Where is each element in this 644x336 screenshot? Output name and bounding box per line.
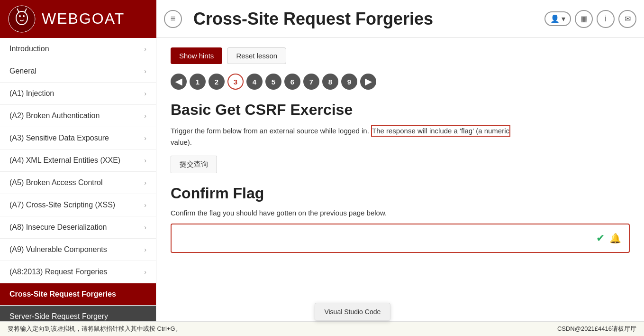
sidebar-item-introduction[interactable]: Introduction ›	[0, 38, 156, 60]
flag-input-container: ✔ 🔔	[171, 224, 630, 253]
vscode-tooltip: Visual Studio Code	[314, 303, 390, 321]
brand-logo: WEBGOAT	[0, 0, 156, 38]
chevron-right-icon: ›	[144, 224, 146, 231]
flag-icons: ✔ 🔔	[596, 232, 621, 244]
chart-icon: ▦	[581, 14, 588, 23]
chevron-right-icon: ›	[144, 246, 146, 253]
svg-point-5	[23, 15, 25, 17]
page-8-button[interactable]: 8	[322, 74, 338, 90]
exercise-title: Basic Get CSRF Exercise	[171, 101, 630, 119]
action-buttons: Show hints Reset lesson	[171, 47, 630, 64]
sidebar-item-xxe[interactable]: (A4) XML External Entities (XXE) ›	[0, 149, 156, 172]
user-chevron-icon: ▾	[562, 14, 565, 23]
sidebar: Introduction › General › (A1) Injection …	[0, 38, 156, 321]
page-7-button[interactable]: 7	[303, 74, 319, 90]
chevron-right-icon: ›	[144, 268, 146, 276]
sidebar-item-csrf[interactable]: Cross-Site Request Forgeries	[0, 283, 156, 306]
prev-page-button[interactable]: ◀	[171, 74, 187, 90]
mail-icon: ✉	[625, 14, 631, 23]
reset-lesson-button[interactable]: Reset lesson	[227, 47, 286, 64]
content-area: Show hints Reset lesson ◀ 1 2 3 4 5 6 7 …	[156, 38, 644, 321]
page-navigation: ◀ 1 2 3 4 5 6 7 8 9 ▶	[171, 74, 630, 90]
status-bar: 要将输入定向到该虚拟机，请将鼠标指针移入其中或按 Ctrl+G。 CSDN@20…	[0, 321, 644, 336]
sidebar-label: (A9) Vulnerable Components	[9, 245, 107, 254]
sidebar-label: (A5) Broken Access Control	[9, 178, 103, 187]
submit-query-button[interactable]: 提交查询	[171, 156, 217, 173]
next-page-button[interactable]: ▶	[360, 74, 376, 90]
show-hints-button[interactable]: Show hints	[171, 47, 222, 64]
sidebar-label: (A7) Cross-Site Scripting (XSS)	[9, 201, 115, 209]
chevron-right-icon: ›	[144, 179, 146, 187]
sidebar-label: Server-Side Request Forgery	[9, 312, 108, 321]
page-3-button[interactable]: 3	[227, 74, 244, 90]
sidebar-label: General	[9, 67, 36, 75]
sidebar-label: Introduction	[9, 45, 49, 53]
sidebar-item-xss[interactable]: (A7) Cross-Site Scripting (XSS) ›	[0, 194, 156, 216]
main-layout: Introduction › General › (A1) Injection …	[0, 38, 644, 321]
sidebar-item-general[interactable]: General ›	[0, 60, 156, 83]
bell-icon: 🔔	[609, 233, 621, 244]
page-1-button[interactable]: 1	[190, 74, 206, 90]
info-button[interactable]: i	[597, 10, 615, 28]
chart-button[interactable]: ▦	[575, 10, 593, 28]
page-6-button[interactable]: 6	[284, 74, 300, 90]
sidebar-label: Cross-Site Request Forgeries	[9, 290, 116, 299]
menu-button[interactable]: ≡	[164, 10, 182, 28]
confirm-flag-desc: Confirm the flag you should have gotten …	[171, 209, 630, 217]
sidebar-item-sensitive-data[interactable]: (A3) Sensitive Data Exposure ›	[0, 127, 156, 149]
page-2-button[interactable]: 2	[209, 74, 225, 90]
sidebar-item-ssrf[interactable]: Server-Side Request Forgery	[0, 306, 156, 321]
status-bar-right: CSDN@2021£4416请板厅厅	[557, 325, 636, 333]
exercise-desc-highlighted: The response will include a 'flag' (a nu…	[371, 125, 510, 137]
exercise-desc-part1: Trigger the form below from an external …	[171, 127, 369, 135]
sidebar-item-broken-auth[interactable]: (A2) Broken Authentication ›	[0, 105, 156, 127]
exercise-desc-part2: value).	[171, 138, 192, 146]
page-9-button[interactable]: 9	[341, 74, 357, 90]
sidebar-item-request-forgeries-2013[interactable]: (A8:2013) Request Forgeries ›	[0, 261, 156, 283]
sidebar-label: (A1) Injection	[9, 89, 54, 98]
check-icon: ✔	[596, 232, 605, 244]
chevron-right-icon: ›	[144, 67, 146, 75]
page-title: Cross-Site Request Forgeries	[193, 9, 537, 29]
chevron-right-icon: ›	[144, 90, 146, 97]
exercise-description: Trigger the form below from an external …	[171, 125, 630, 148]
chevron-right-icon: ›	[144, 45, 146, 53]
user-icon: 👤	[550, 14, 560, 23]
svg-point-0	[9, 6, 35, 32]
sidebar-label: (A3) Sensitive Data Exposure	[9, 134, 109, 142]
sidebar-label: (A8:2013) Request Forgeries	[9, 268, 107, 276]
navbar: WEBGOAT ≡ Cross-Site Request Forgeries 👤…	[0, 0, 644, 38]
sidebar-label: (A2) Broken Authentication	[9, 112, 100, 120]
brand-name: WEBGOAT	[42, 10, 125, 28]
sidebar-item-vulnerable-components[interactable]: (A9) Vulnerable Components ›	[0, 239, 156, 261]
user-menu-button[interactable]: 👤 ▾	[544, 11, 571, 26]
page-5-button[interactable]: 5	[265, 74, 281, 90]
mail-button[interactable]: ✉	[618, 10, 636, 28]
sidebar-label: (A8) Insecure Deserialization	[9, 223, 107, 232]
svg-point-4	[19, 15, 21, 17]
confirm-flag-title: Confirm Flag	[171, 185, 630, 202]
chevron-right-icon: ›	[144, 157, 146, 164]
chevron-right-icon: ›	[144, 134, 146, 142]
info-icon: i	[605, 15, 607, 23]
sidebar-item-injection[interactable]: (A1) Injection ›	[0, 83, 156, 105]
navbar-icons: 👤 ▾ ▦ i ✉	[544, 10, 636, 28]
page-4-button[interactable]: 4	[246, 74, 263, 90]
webgoat-logo-icon	[8, 5, 36, 33]
chevron-right-icon: ›	[144, 201, 146, 209]
status-bar-left: 要将输入定向到该虚拟机，请将鼠标指针移入其中或按 Ctrl+G。	[8, 325, 181, 333]
sidebar-item-deserialization[interactable]: (A8) Insecure Deserialization ›	[0, 216, 156, 239]
chevron-right-icon: ›	[144, 112, 146, 120]
sidebar-item-access-control[interactable]: (A5) Broken Access Control ›	[0, 172, 156, 194]
sidebar-label: (A4) XML External Entities (XXE)	[9, 156, 120, 165]
